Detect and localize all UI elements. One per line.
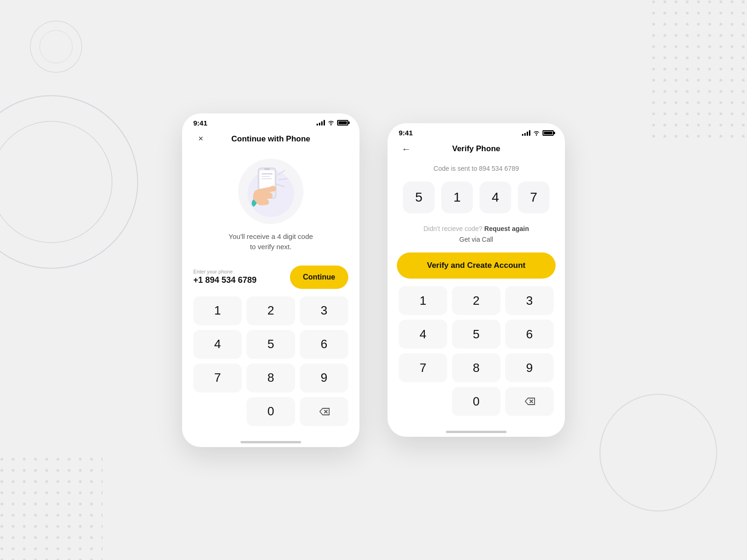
phone1-key-5[interactable]: 5 <box>247 330 295 359</box>
phone1-keypad: 1 2 3 4 5 6 7 8 9 0 <box>191 296 350 426</box>
phone1-input-section: Enter your phone +1 894 534 6789 <box>193 269 284 285</box>
phone2-key-9[interactable]: 9 <box>505 353 554 382</box>
svg-point-6 <box>600 394 717 511</box>
phone1-battery-icon <box>337 120 348 126</box>
phone1-frame: 9:41 × Continue with P <box>182 113 359 447</box>
phone2-home-indicator <box>446 431 507 433</box>
phone2-key-3[interactable]: 3 <box>505 286 554 315</box>
phone2-subtitle: Code is sent to 894 534 6789 <box>397 159 556 182</box>
phone1-key-2[interactable]: 2 <box>247 296 295 325</box>
phone2-wifi-icon <box>533 130 540 136</box>
phone1-input-row: Enter your phone +1 894 534 6789 Continu… <box>191 266 350 289</box>
phone1-key-backspace[interactable] <box>300 397 348 426</box>
svg-point-7 <box>30 21 82 72</box>
phone1-key-7[interactable]: 7 <box>193 364 242 392</box>
phone1-continue-button[interactable]: Continue <box>290 266 348 289</box>
phone2-key-5[interactable]: 5 <box>452 320 500 349</box>
svg-rect-1 <box>644 0 747 140</box>
phone2-battery-icon <box>543 130 554 136</box>
phone2-get-via-call-link[interactable]: Get via Call <box>397 236 556 243</box>
phone2-key-2[interactable]: 2 <box>452 286 500 315</box>
phone2-key-backspace[interactable] <box>505 387 554 416</box>
svg-point-4 <box>0 96 138 268</box>
phone1-key-3[interactable]: 3 <box>300 296 348 325</box>
phone2-key-8[interactable]: 8 <box>452 353 500 382</box>
phone2-header: ← Verify Phone <box>388 140 565 159</box>
phone2-key-1[interactable]: 1 <box>399 286 447 315</box>
svg-rect-13 <box>261 173 273 175</box>
svg-rect-15 <box>261 178 272 179</box>
phone1-status-bar: 9:41 <box>182 113 359 131</box>
phone2-backspace-icon <box>523 397 536 406</box>
phone1-home-indicator <box>240 441 301 443</box>
svg-point-23 <box>536 134 537 135</box>
phone1-key-8[interactable]: 8 <box>247 364 295 392</box>
phone2-request-again-link[interactable]: Request again <box>484 225 529 232</box>
phone1-input-value: +1 894 534 6789 <box>193 275 284 285</box>
phone2-key-0[interactable]: 0 <box>452 387 500 416</box>
phone2-otp-container: 5 1 4 7 <box>397 182 556 213</box>
phone1-key-4[interactable]: 4 <box>193 330 242 359</box>
otp-digit-1[interactable]: 5 <box>403 182 435 213</box>
svg-rect-16 <box>264 168 270 170</box>
otp-digit-3[interactable]: 4 <box>479 182 511 213</box>
phone1-key-1[interactable]: 1 <box>193 296 242 325</box>
phone2-back-button[interactable]: ← <box>399 141 414 156</box>
phone2-status-icons <box>522 130 554 136</box>
phone1-illustration-circle <box>238 159 303 224</box>
phone1-header-title: Continue with Phone <box>231 134 310 144</box>
phone2-time: 9:41 <box>399 129 413 137</box>
otp-digit-4[interactable]: 7 <box>518 182 550 213</box>
phone1-close-button[interactable]: × <box>193 132 208 147</box>
phone1-input-label: Enter your phone <box>193 269 284 274</box>
phone2-body: Code is sent to 894 534 6789 5 1 4 7 Did… <box>388 159 565 425</box>
phone1-key-0[interactable]: 0 <box>247 397 295 426</box>
phone1-key-6[interactable]: 6 <box>300 330 348 359</box>
phone1-key-9[interactable]: 9 <box>300 364 348 392</box>
phone2-resend-area: Didn't recieve code? Request again Get v… <box>397 224 556 243</box>
svg-point-8 <box>40 30 72 63</box>
phone2-keypad: 1 2 3 4 5 6 7 8 9 0 <box>397 286 556 416</box>
phone2-signal-icon <box>522 130 530 136</box>
phone2-header-title: Verify Phone <box>452 144 500 154</box>
phone2-frame: 9:41 ← Verify Phone <box>388 123 565 437</box>
phone2-resend-text: Didn't recieve code? Request again <box>423 225 529 232</box>
phone1-illustration-area: You'll receive a 4 digit code to verify … <box>191 149 350 260</box>
svg-point-5 <box>0 121 112 243</box>
phone2-key-6[interactable]: 6 <box>505 320 554 349</box>
phone1-body: You'll receive a 4 digit code to verify … <box>182 149 359 435</box>
svg-point-9 <box>331 124 331 125</box>
phone2-key-4[interactable]: 4 <box>399 320 447 349</box>
otp-digit-2[interactable]: 1 <box>441 182 473 213</box>
phone1-header: × Continue with Phone <box>182 131 359 149</box>
backspace-icon <box>318 407 330 416</box>
phone1-signal-icon <box>317 120 325 126</box>
svg-rect-14 <box>261 176 270 177</box>
phone1-key-empty <box>193 397 242 426</box>
phone-hand-illustration <box>245 161 296 222</box>
phone1-time: 9:41 <box>193 119 207 127</box>
phone1-status-icons <box>317 120 348 126</box>
svg-rect-3 <box>0 457 103 560</box>
phone2-status-bar: 9:41 <box>388 123 565 140</box>
phone2-key-empty <box>399 387 447 416</box>
phone1-illustration-text: You'll receive a 4 digit code to verify … <box>229 231 313 252</box>
phones-container: 9:41 × Continue with P <box>182 113 565 447</box>
phone2-key-7[interactable]: 7 <box>399 353 447 382</box>
phone1-wifi-icon <box>327 120 335 126</box>
phone2-verify-button[interactable]: Verify and Create Account <box>397 252 556 279</box>
